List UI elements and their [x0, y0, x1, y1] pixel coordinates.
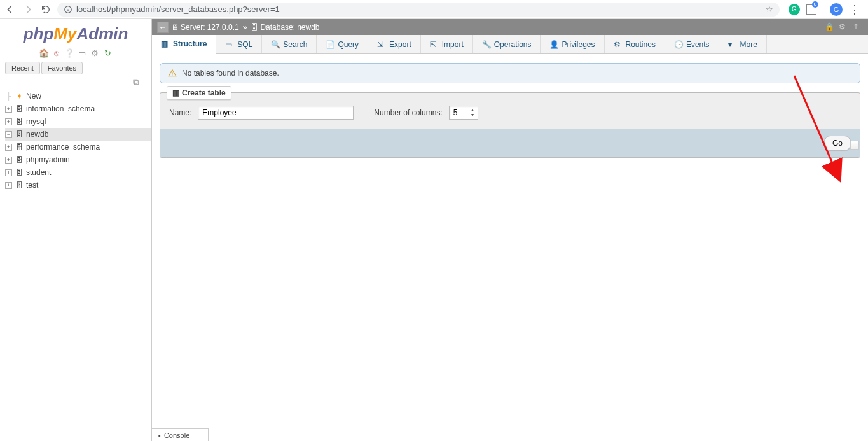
recent-tab[interactable]: Recent [5, 62, 40, 74]
expand-icon[interactable]: + [5, 118, 12, 125]
tab-label: Privileges [561, 40, 595, 49]
db-item-newdb[interactable]: −🗄newdb [5, 128, 151, 141]
reload-icon[interactable] [39, 3, 52, 16]
profile-avatar[interactable]: G [830, 3, 843, 16]
extensions: G G ⋮ [785, 3, 864, 17]
breadcrumb-back-button[interactable]: ← [157, 22, 169, 33]
db-item-information_schema[interactable]: +🗄information_schema [5, 102, 151, 115]
address-bar[interactable]: localhost/phpmyadmin/server_databases.ph… [57, 3, 780, 17]
top-tabs: ▦Structure▭SQL🔍Search📄Query⇲Export⇱Impor… [152, 35, 868, 54]
name-label: Name: [169, 108, 191, 117]
db-label: newdb [26, 130, 48, 139]
database-icon: 🗄 [15, 130, 24, 139]
sql-icon[interactable]: ▭ [77, 48, 87, 58]
tab-label: Structure [173, 39, 207, 48]
export-icon: ⇲ [377, 40, 386, 49]
expand-icon[interactable]: + [5, 182, 12, 189]
tab-label: Operations [494, 40, 532, 49]
tab-import[interactable]: ⇱Import [421, 35, 473, 53]
db-label: performance_schema [26, 143, 100, 151]
events-icon: 🕒 [674, 40, 683, 49]
alert-no-tables: No tables found in database. [160, 63, 860, 83]
logout-icon[interactable]: ⎋ [52, 48, 62, 58]
breadcrumb-database[interactable]: 🗄 Database: newdb [251, 23, 319, 32]
favorites-tab[interactable]: Favorites [41, 62, 83, 74]
db-item-test[interactable]: +🗄test [5, 179, 151, 192]
expand-icon[interactable]: + [5, 144, 12, 151]
home-icon[interactable]: 🏠 [39, 48, 49, 58]
tab-label: Export [389, 40, 411, 49]
database-icon: 🗄 [15, 117, 24, 126]
query-icon: 📄 [326, 40, 334, 49]
db-tree: ├ ✶ New +🗄information_schema+🗄mysql−🗄new… [0, 88, 151, 192]
page-gear-icon[interactable]: ⚙ [839, 22, 849, 32]
expand-icon[interactable]: + [5, 169, 12, 176]
content-area: No tables found in database. ▦ Create ta… [152, 54, 868, 167]
table-icon: ▦ [172, 88, 179, 97]
warning-icon [168, 69, 177, 78]
structure-icon: ▦ [161, 39, 170, 48]
docs-icon[interactable]: ❔ [64, 48, 74, 58]
server-icon: 🖥 [171, 23, 179, 32]
new-database[interactable]: ├ ✶ New [5, 90, 151, 102]
alert-text: No tables found in database. [182, 69, 279, 78]
db-item-performance_schema[interactable]: +🗄performance_schema [5, 141, 151, 153]
db-item-mysql[interactable]: +🗄mysql [5, 115, 151, 128]
tab-operations[interactable]: 🔧Operations [473, 35, 541, 53]
corner-box-icon[interactable] [850, 141, 859, 150]
phpmyadmin-logo[interactable]: phpMyAdmin [0, 19, 151, 46]
db-label: student [26, 168, 51, 177]
lock-icon[interactable]: 🔒 [825, 22, 835, 32]
collapse-icon[interactable]: ⤒ [853, 22, 863, 32]
expand-icon[interactable]: + [5, 157, 12, 164]
number-spinner[interactable]: ▴▾ [468, 106, 477, 119]
database-icon: 🗄 [15, 143, 24, 151]
url-text: localhost/phpmyadmin/server_databases.ph… [76, 4, 762, 14]
db-item-student[interactable]: +🗄student [5, 166, 151, 179]
reload-nav-icon[interactable]: ↻ [102, 48, 113, 58]
tab-structure[interactable]: ▦Structure [152, 35, 216, 54]
go-button[interactable]: Go [824, 136, 851, 151]
tab-query[interactable]: 📄Query [317, 35, 368, 53]
tab-sql[interactable]: ▭SQL [216, 35, 262, 53]
main-panel: ← 🖥 Server: 127.0.0.1 » 🗄 Database: newd… [151, 19, 868, 441]
extension-g-icon[interactable]: G [789, 4, 800, 15]
expand-icon[interactable]: − [5, 131, 12, 138]
tab-search[interactable]: 🔍Search [262, 35, 317, 53]
tab-label: Query [338, 40, 359, 49]
more-icon: ▾ [728, 40, 737, 49]
tab-label: Search [283, 40, 307, 49]
operations-icon: 🔧 [482, 40, 491, 49]
breadcrumb-server[interactable]: 🖥 Server: 127.0.0.1 [171, 23, 239, 32]
tab-label: SQL [237, 40, 252, 49]
database-icon: 🗄 [15, 155, 24, 164]
tab-events[interactable]: 🕒Events [665, 35, 719, 53]
search-icon: 🔍 [271, 40, 280, 49]
tab-export[interactable]: ⇲Export [368, 35, 421, 53]
console-icon: ▪ [158, 431, 161, 439]
menu-dots-icon[interactable]: ⋮ [849, 3, 860, 17]
tab-privileges[interactable]: 👤Privileges [541, 35, 604, 53]
star-icon[interactable]: ☆ [766, 4, 773, 14]
new-db-icon: ✶ [15, 92, 24, 101]
table-name-input[interactable] [198, 106, 354, 120]
breadcrumb-bar: ← 🖥 Server: 127.0.0.1 » 🗄 Database: newd… [152, 19, 868, 35]
sidebar-tabs: Recent Favorites [0, 62, 151, 74]
tab-label: Routines [626, 40, 656, 49]
tab-more[interactable]: ▾More [719, 35, 767, 53]
extension-box-icon[interactable] [806, 4, 816, 15]
tab-label: Import [442, 40, 464, 49]
settings-gear-icon[interactable]: ⚙ [90, 48, 100, 58]
forward-icon[interactable] [22, 3, 34, 16]
expand-icon[interactable]: + [5, 106, 12, 113]
sidebar: phpMyAdmin 🏠 ⎋ ❔ ▭ ⚙ ↻ Recent Favorites … [0, 19, 151, 441]
tab-label: More [740, 40, 757, 49]
db-item-phpmyadmin[interactable]: +🗄phpmyadmin [5, 153, 151, 166]
link-icon[interactable]: ⧉ [0, 74, 151, 88]
tab-routines[interactable]: ⚙Routines [605, 35, 665, 53]
database-icon: 🗄 [15, 104, 24, 113]
console-toggle[interactable]: ▪ Console [151, 428, 209, 441]
cols-label: Number of columns: [374, 108, 442, 117]
db-label: phpmyadmin [26, 155, 70, 164]
back-icon[interactable] [4, 3, 17, 16]
